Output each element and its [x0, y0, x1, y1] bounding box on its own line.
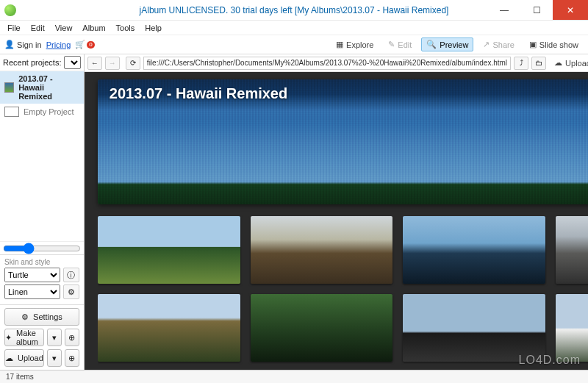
settings-button[interactable]: ⚙ Settings — [4, 308, 79, 326]
thumbnail[interactable] — [98, 294, 240, 362]
menu-file[interactable]: File — [3, 22, 25, 34]
upload-zoom[interactable]: ⊕ — [65, 349, 79, 367]
thumbnail[interactable] — [556, 216, 588, 284]
project-item-hawaii[interactable]: 2013.07 - Hawaii Remixed — [0, 71, 84, 104]
slideshow-button[interactable]: ▣ Slide show — [524, 37, 584, 51]
folder-icon: 🗀 — [535, 59, 542, 67]
sign-in-label: Sign in — [17, 40, 42, 49]
status-bar: 17 items — [0, 370, 588, 383]
menu-edit[interactable]: Edit — [26, 22, 49, 34]
nav-back-button[interactable]: ← — [87, 57, 102, 70]
style-settings-button[interactable]: ⚙ — [63, 284, 79, 299]
album-title: 2013.07 - Hawaii Remixed — [110, 85, 287, 102]
user-icon: 👤 — [4, 40, 15, 49]
nav-reload-button[interactable]: ⟳ — [126, 57, 140, 70]
window-titlebar: jAlbum UNLICENSED. 30 trial days left [M… — [0, 0, 588, 21]
project-list: 2013.07 - Hawaii Remixed Empty Project — [0, 71, 84, 241]
close-button[interactable]: ✕ — [553, 0, 588, 20]
make-album-button[interactable]: ✦ Make album — [4, 329, 44, 346]
recent-projects-select[interactable] — [64, 56, 80, 69]
thumbnail[interactable] — [403, 294, 545, 362]
grid-icon: ▦ — [336, 40, 343, 49]
skin-info-button[interactable]: ⓘ — [63, 268, 79, 282]
sign-in-button[interactable]: 👤 Sign in — [4, 40, 42, 49]
cloud-up-icon: ☁ — [554, 58, 562, 68]
skin-select[interactable]: Turtle — [4, 268, 60, 282]
style-select[interactable]: Linen — [4, 284, 60, 299]
share-icon: ↗ — [483, 40, 490, 49]
external-icon: ⤴ — [520, 59, 523, 67]
browser-navbar: ← → ⟳ file:///C:/Users/Christopher/Docum… — [85, 54, 588, 72]
thumbnail[interactable] — [251, 216, 393, 284]
main-toolbar: 👤 Sign in Pricing 🛒 0 ▦ Explore ✎ Edit 🔍… — [0, 35, 588, 54]
slideshow-label: Slide show — [539, 40, 578, 49]
project-thumb-icon — [4, 107, 19, 117]
thumbnail[interactable] — [556, 294, 588, 362]
app-icon — [4, 4, 16, 16]
cloud-up-icon: ☁ — [5, 354, 13, 363]
main-panel: ← → ⟳ file:///C:/Users/Christopher/Docum… — [85, 54, 588, 370]
menu-bar: File Edit View Album Tools Help — [0, 21, 588, 35]
url-text: file:///C:/Users/Christopher/Documents/M… — [147, 59, 507, 67]
thumbnail[interactable] — [251, 294, 393, 362]
sidebar-actions: ⚙ Settings ✦ Make album ▾ ⊕ ☁ Upload ▾ ⊕ — [0, 304, 84, 370]
pricing-link[interactable]: Pricing — [46, 40, 71, 49]
recent-projects-label: Recent projects: — [3, 58, 61, 67]
explore-button[interactable]: ▦ Explore — [331, 37, 379, 51]
project-item-empty[interactable]: Empty Project — [0, 104, 84, 120]
url-field[interactable]: file:///C:/Users/Christopher/Documents/M… — [143, 57, 511, 70]
make-album-dropdown[interactable]: ▾ — [47, 329, 62, 346]
wand-icon: ✦ — [5, 333, 12, 343]
thumbnail[interactable] — [98, 216, 240, 284]
open-folder-button[interactable]: 🗀 — [531, 57, 546, 70]
project-thumb-icon — [4, 82, 14, 93]
play-icon: ▣ — [529, 40, 537, 49]
thumb-size-slider-row — [0, 241, 84, 254]
share-button[interactable]: ↗ Share — [478, 37, 519, 51]
cart-icon: 🛒 — [75, 40, 85, 49]
window-controls: — ☐ ✕ — [488, 0, 588, 20]
thumbnail[interactable] — [403, 216, 545, 284]
maximize-button[interactable]: ☐ — [520, 0, 553, 20]
cart-badge: 0 — [87, 41, 94, 49]
skin-panel: Skin and style Turtle ⓘ Linen ⚙ — [0, 254, 84, 304]
preview-label: Preview — [440, 40, 468, 49]
edit-button[interactable]: ✎ Edit — [383, 37, 417, 51]
menu-help[interactable]: Help — [140, 22, 166, 34]
project-name: Empty Project — [24, 107, 74, 116]
upload-button[interactable]: ☁ Upload — [4, 349, 44, 367]
preview-button[interactable]: 🔍 Preview — [421, 37, 473, 51]
magnifier-icon: ⊕ — [68, 354, 75, 363]
upload-dropdown[interactable]: ▾ — [47, 349, 62, 367]
gear-icon: ⚙ — [21, 312, 29, 322]
sidebar: Recent projects: 2013.07 - Hawaii Remixe… — [0, 54, 85, 370]
thumbnail-grid — [98, 216, 588, 370]
arrow-left-icon: ← — [91, 59, 98, 67]
status-items: 17 items — [6, 373, 34, 381]
nav-upload-label: Upload — [565, 59, 588, 68]
minimize-button[interactable]: — — [488, 0, 520, 20]
menu-album[interactable]: Album — [78, 22, 110, 34]
explore-label: Explore — [346, 40, 373, 49]
make-album-zoom[interactable]: ⊕ — [65, 329, 79, 346]
cart-button[interactable]: 🛒 0 — [75, 40, 94, 49]
menu-tools[interactable]: Tools — [112, 22, 140, 34]
make-album-label: Make album — [16, 329, 43, 346]
arrow-right-icon: → — [109, 59, 116, 67]
open-external-button[interactable]: ⤴ — [514, 57, 528, 70]
thumb-size-slider[interactable] — [3, 243, 81, 254]
recent-projects-row: Recent projects: — [0, 54, 84, 71]
upload-label: Upload — [18, 354, 43, 362]
magnifier-icon: 🔍 — [426, 40, 437, 49]
menu-view[interactable]: View — [51, 22, 77, 34]
magnifier-icon: ⊕ — [68, 333, 75, 343]
nav-forward-button[interactable]: → — [105, 57, 120, 70]
chevron-down-icon: ▾ — [52, 354, 57, 363]
reload-icon: ⟳ — [130, 59, 136, 67]
share-label: Share — [492, 40, 514, 49]
album-preview: 2013.07 - Hawaii Remixed — [85, 72, 588, 370]
info-icon: ⓘ — [67, 270, 75, 281]
album-hero[interactable]: 2013.07 - Hawaii Remixed — [98, 79, 588, 204]
nav-upload-button[interactable]: ☁ Upload — [549, 56, 588, 70]
skin-label: Skin and style — [4, 258, 79, 266]
